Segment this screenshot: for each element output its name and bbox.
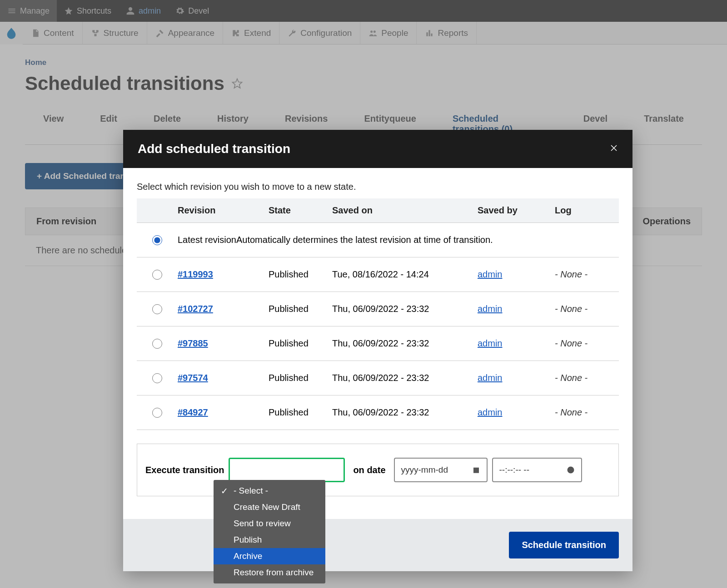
revision-saved-on: Thu, 06/09/2022 - 23:32: [332, 373, 478, 383]
option-archive[interactable]: Archive: [214, 548, 325, 564]
revision-table: Revision State Saved on Saved by Log Lat…: [137, 198, 619, 430]
revision-log: - None -: [555, 373, 588, 383]
revision-saved-by[interactable]: admin: [478, 269, 502, 279]
revision-log: - None -: [555, 338, 588, 349]
th-saved-on: Saved on: [332, 205, 478, 216]
option-restore-from-archive[interactable]: Restore from archive: [214, 564, 325, 581]
option-create-new-draft[interactable]: Create New Draft: [214, 499, 325, 515]
schedule-transition-button[interactable]: Schedule transition: [509, 532, 619, 558]
revision-saved-by[interactable]: admin: [478, 304, 502, 314]
th-revision: Revision: [178, 205, 269, 216]
time-placeholder: --:--:-- --: [499, 465, 529, 475]
revision-row[interactable]: #102727 Published Thu, 06/09/2022 - 23:3…: [137, 292, 619, 326]
revision-saved-on: Thu, 06/09/2022 - 23:32: [332, 407, 478, 418]
revision-row[interactable]: #119993 Published Tue, 08/16/2022 - 14:2…: [137, 257, 619, 292]
radio-revision[interactable]: [152, 339, 162, 349]
latest-revision-desc: Automatically determines the latest revi…: [236, 235, 619, 245]
revision-log: - None -: [555, 407, 588, 418]
calendar-icon: [472, 466, 480, 474]
option-send-to-review[interactable]: Send to review: [214, 515, 325, 532]
revision-saved-on: Tue, 08/16/2022 - 14:24: [332, 269, 478, 280]
revision-link[interactable]: #102727: [178, 304, 213, 314]
date-input[interactable]: yyyy-mm-dd: [394, 458, 488, 482]
th-saved-by: Saved by: [478, 205, 555, 216]
revision-row[interactable]: #97885 Published Thu, 06/09/2022 - 23:32…: [137, 326, 619, 361]
revision-row-latest[interactable]: Latest revision Automatically determines…: [137, 222, 619, 257]
revision-saved-by[interactable]: admin: [478, 407, 502, 417]
modal-instruction: Select which revision you wish to move t…: [137, 182, 619, 192]
option-publish[interactable]: Publish: [214, 532, 325, 548]
revision-log: - None -: [555, 304, 588, 314]
revision-link[interactable]: #84927: [178, 407, 208, 417]
add-scheduled-transition-modal: Add scheduled transition Select which re…: [123, 130, 632, 571]
th-log: Log: [555, 205, 572, 216]
radio-latest[interactable]: [152, 235, 162, 245]
time-input[interactable]: --:--:-- --: [492, 458, 582, 482]
on-date-label: on date: [349, 465, 389, 475]
modal-title: Add scheduled transition: [138, 142, 290, 156]
date-placeholder: yyyy-mm-dd: [401, 465, 448, 475]
radio-revision[interactable]: [152, 408, 162, 418]
revision-saved-by[interactable]: admin: [478, 373, 502, 383]
revision-saved-on: Thu, 06/09/2022 - 23:32: [332, 338, 478, 349]
revision-state: Published: [269, 269, 332, 280]
radio-revision[interactable]: [152, 270, 162, 280]
revision-state: Published: [269, 338, 332, 349]
revision-link[interactable]: #97574: [178, 373, 208, 383]
latest-revision-label: Latest revision: [178, 235, 236, 245]
transition-dropdown: - Select - Create New Draft Send to revi…: [214, 480, 325, 583]
th-state: State: [269, 205, 332, 216]
radio-revision[interactable]: [152, 304, 162, 314]
close-button[interactable]: [610, 143, 618, 155]
transition-select[interactable]: [229, 458, 345, 482]
revision-log: - None -: [555, 269, 588, 280]
execute-transition-section: Execute transition on date yyyy-mm-dd --…: [137, 444, 619, 496]
execute-transition-label: Execute transition: [145, 465, 224, 475]
revision-state: Published: [269, 373, 332, 383]
close-icon: [610, 144, 618, 152]
option-select[interactable]: - Select -: [214, 483, 325, 499]
clock-icon: [567, 466, 575, 474]
revision-link[interactable]: #119993: [178, 269, 213, 279]
revision-saved-by[interactable]: admin: [478, 338, 502, 348]
revision-link[interactable]: #97885: [178, 338, 208, 348]
radio-revision[interactable]: [152, 373, 162, 383]
revision-row[interactable]: #97574 Published Thu, 06/09/2022 - 23:32…: [137, 361, 619, 395]
revision-state: Published: [269, 407, 332, 418]
revision-state: Published: [269, 304, 332, 314]
revision-row[interactable]: #84927 Published Thu, 06/09/2022 - 23:32…: [137, 395, 619, 430]
revision-saved-on: Thu, 06/09/2022 - 23:32: [332, 304, 478, 314]
